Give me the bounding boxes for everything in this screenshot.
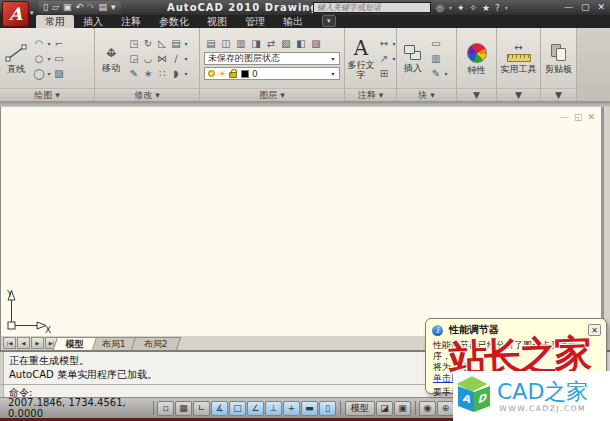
- undo-icon[interactable]: ↶: [75, 1, 83, 14]
- drawing-restore-icon[interactable]: ◱: [574, 112, 583, 122]
- quick-view-drawings-icon[interactable]: ▣: [394, 401, 411, 416]
- stretch-icon[interactable]: ◲: [127, 52, 141, 65]
- fillet-icon[interactable]: ◡: [141, 52, 155, 65]
- snap-toggle[interactable]: ▫: [157, 401, 174, 416]
- layer-change-icon[interactable]: ⇄: [264, 37, 278, 50]
- search-collapse-icon[interactable]: ▸: [306, 3, 310, 12]
- next-tab-icon[interactable]: ▶: [31, 337, 44, 349]
- maximize-icon[interactable]: ▢: [581, 2, 590, 13]
- model-space-button[interactable]: 模型: [345, 401, 375, 416]
- tab-home[interactable]: 常用: [36, 15, 74, 28]
- otrack-toggle[interactable]: ∠: [247, 401, 264, 416]
- subscription-wrench-icon[interactable]: ✦: [457, 3, 465, 13]
- panel-title-layers[interactable]: 图层 ▾: [200, 88, 344, 101]
- create-block-icon[interactable]: ▭: [429, 37, 443, 50]
- ellipse-icon[interactable]: ◯: [32, 67, 46, 80]
- edit-attribute-icon[interactable]: ▥: [429, 52, 443, 65]
- layer-match-icon[interactable]: ◫: [219, 37, 233, 50]
- favorites-star-icon[interactable]: ★: [482, 3, 490, 13]
- layer-state-dropdown[interactable]: 未保存的图层状态 ▾: [204, 52, 340, 65]
- layer-copy-icon[interactable]: ▧: [279, 37, 293, 50]
- ribbon-minimize-icon[interactable]: ▾: [322, 15, 336, 27]
- minimize-icon[interactable]: —: [564, 2, 573, 13]
- search-caret-icon[interactable]: ▾: [449, 4, 452, 11]
- print-icon[interactable]: ▤: [98, 1, 107, 14]
- insert-block-button[interactable]: 插入: [397, 31, 429, 87]
- coordinates-display[interactable]: 2007.1846, 1734.4561, 0.0000: [8, 397, 150, 419]
- close-icon[interactable]: ✕: [597, 2, 605, 13]
- polar-toggle[interactable]: ∡: [211, 401, 228, 416]
- drawing-minimize-icon[interactable]: —: [560, 112, 569, 122]
- tab-view[interactable]: 视图: [198, 15, 236, 28]
- panel-title-annotation[interactable]: 注释 ▾: [345, 88, 396, 101]
- circle-icon[interactable]: ○: [32, 52, 46, 65]
- osnap-toggle[interactable]: □: [229, 401, 246, 416]
- polyline-icon[interactable]: ⌐: [52, 37, 66, 50]
- tab-manage[interactable]: 管理: [236, 15, 274, 28]
- chamfer-icon[interactable]: ◗: [169, 67, 183, 80]
- communication-center-icon[interactable]: ✧: [469, 3, 477, 13]
- ortho-toggle[interactable]: ∟: [193, 401, 210, 416]
- hatch-icon[interactable]: ▨: [52, 67, 66, 80]
- layer-prev-icon[interactable]: ▥: [234, 37, 248, 50]
- pan-zoom-icon[interactable]: ⊕: [437, 401, 454, 416]
- panel-title-properties[interactable]: ▼: [457, 88, 496, 101]
- line-button[interactable]: 直线: [0, 31, 32, 87]
- layer-properties-icon[interactable]: ▤: [204, 37, 218, 50]
- tab-insert[interactable]: 插入: [74, 15, 112, 28]
- layer-dropdown[interactable]: ☀ 0 ▾: [204, 67, 340, 80]
- save-icon[interactable]: ▣: [63, 1, 72, 14]
- arc-icon[interactable]: ◠: [32, 37, 46, 50]
- layer-off-icon[interactable]: ◧: [294, 37, 308, 50]
- move-button[interactable]: ↔↕ 移动: [95, 31, 127, 87]
- paste-button[interactable]: 剪贴板: [542, 31, 576, 87]
- quickprop-toggle[interactable]: ▯: [319, 401, 336, 416]
- help-caret-icon[interactable]: ▾: [505, 4, 508, 11]
- rectangle-icon[interactable]: ▭: [52, 52, 66, 65]
- erase-icon[interactable]: ✎: [127, 67, 141, 80]
- layer-freeze-icon[interactable]: ▨: [309, 37, 323, 50]
- array-icon[interactable]: ∷: [155, 67, 169, 80]
- panel-title-clipboard[interactable]: ▼: [541, 88, 576, 101]
- search-input[interactable]: [313, 2, 431, 13]
- dyn-toggle[interactable]: +: [283, 401, 300, 416]
- grid-toggle[interactable]: ▦: [175, 401, 192, 416]
- table-icon[interactable]: ⊞: [377, 67, 391, 80]
- application-menu-caret-icon[interactable]: ▾: [30, 9, 34, 17]
- tab-parametric[interactable]: 参数化: [150, 15, 198, 28]
- panel-title-modify[interactable]: 修改 ▾: [95, 88, 199, 101]
- prev-tab-icon[interactable]: ◀: [17, 337, 30, 349]
- panel-title-utilities[interactable]: ▼: [497, 88, 540, 101]
- first-tab-icon[interactable]: |◀: [3, 337, 16, 349]
- measure-button[interactable]: ↔ 实用工具: [498, 31, 540, 87]
- drawing-canvas[interactable]: — ◱ ✕ Y X: [0, 107, 604, 336]
- block-editor-icon[interactable]: ✎: [429, 67, 443, 80]
- panel-title-block[interactable]: 块 ▾: [397, 88, 456, 101]
- open-file-icon[interactable]: ▱: [52, 1, 59, 14]
- tab-output[interactable]: 输出: [274, 15, 312, 28]
- rotate-icon[interactable]: ↻: [141, 37, 155, 50]
- dimension-icon[interactable]: ↔: [377, 37, 391, 50]
- search-binoculars-icon[interactable]: ◎: [436, 3, 444, 13]
- break-icon[interactable]: ∕: [169, 52, 183, 65]
- lineweight-toggle[interactable]: ▬: [301, 401, 318, 416]
- leader-icon[interactable]: ↗: [377, 52, 391, 65]
- mirror-icon[interactable]: ⋈: [155, 52, 169, 65]
- command-window-grip[interactable]: [0, 352, 4, 397]
- copy-icon[interactable]: ◳: [127, 37, 141, 50]
- layer-isolate-icon[interactable]: ◨: [249, 37, 263, 50]
- panel-title-draw[interactable]: 绘图 ▾: [0, 88, 94, 101]
- properties-button[interactable]: 特性: [458, 31, 496, 87]
- redo-icon[interactable]: ↷: [87, 1, 95, 14]
- help-icon[interactable]: ?: [495, 3, 500, 13]
- balloon-close-icon[interactable]: ✕: [588, 324, 601, 336]
- drawing-close-icon[interactable]: ✕: [587, 112, 595, 122]
- new-file-icon[interactable]: ▯: [43, 1, 48, 14]
- mtext-button[interactable]: A 多行文字: [345, 31, 377, 87]
- steering-wheel-icon[interactable]: ◉: [419, 401, 436, 416]
- explode-icon[interactable]: ∗: [141, 67, 155, 80]
- quick-view-layouts-icon[interactable]: ◪: [376, 401, 393, 416]
- application-menu-button[interactable]: A: [2, 1, 29, 27]
- trim-icon[interactable]: ◺: [155, 37, 169, 50]
- tab-model[interactable]: 模型: [53, 337, 97, 350]
